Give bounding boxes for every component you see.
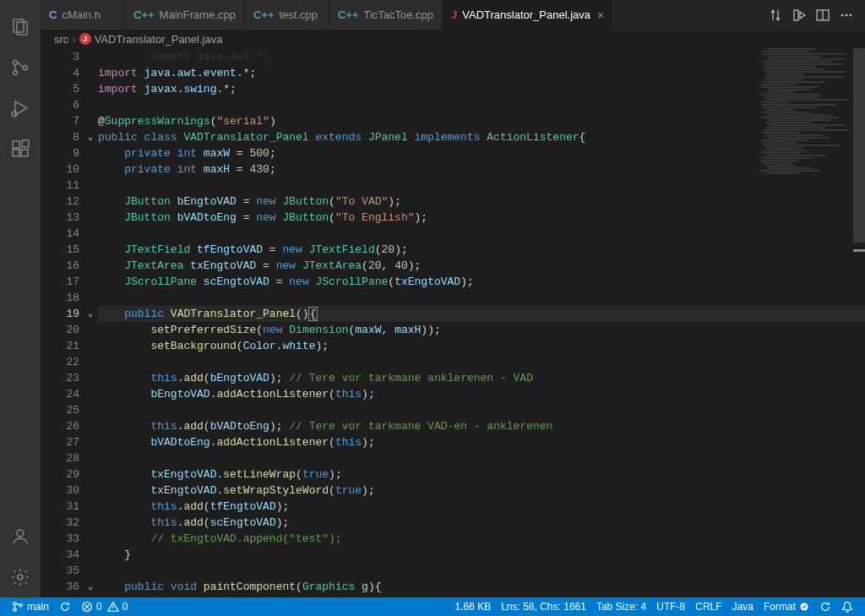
fold-toggle	[83, 434, 98, 450]
tab-vadtranslator-panel-java[interactable]: JVADTranslator_Panel.java×	[443, 0, 613, 30]
line-number: 30	[41, 482, 83, 499]
more-actions-icon[interactable]	[835, 8, 858, 22]
status-line-col[interactable]: Lns: 58, Chs: 1661	[496, 597, 591, 616]
fold-toggle	[83, 515, 98, 531]
code-line[interactable]: super.paintComponent(g);	[98, 595, 865, 597]
code-line[interactable]: import java.awt.*;	[98, 49, 865, 65]
status-filesize[interactable]: 1.66 KB	[449, 597, 496, 616]
code-line[interactable]: JButton bEngtoVAD = new JButton("To VAD"…	[98, 194, 865, 210]
code-line[interactable]: JScrollPane scEngtoVAD = new JScrollPane…	[98, 274, 865, 290]
fold-toggle	[83, 563, 98, 579]
code-line[interactable]	[98, 290, 865, 306]
source-control-icon[interactable]	[0, 47, 41, 88]
tab-test-cpp[interactable]: C++test.cpp	[245, 0, 329, 30]
editor-tabs: CcMain.hC++MainFrame.cppC++test.cppC++Ti…	[41, 0, 865, 30]
fold-toggle	[83, 97, 98, 113]
code-line[interactable]: this.add(tfEngtoVAD);	[98, 499, 865, 515]
code-line[interactable]: bEngtoVAD.addActionListener(this);	[98, 386, 865, 402]
line-number: 32	[41, 515, 83, 531]
code-content[interactable]: import java.awt.*;import java.awt.event.…	[98, 48, 865, 597]
fold-toggle	[83, 81, 98, 97]
status-bell-icon[interactable]	[836, 597, 858, 616]
run-icon[interactable]	[787, 8, 811, 22]
code-line[interactable]: setBackground(Color.white);	[98, 338, 865, 354]
code-line[interactable]: import javax.swing.*;	[98, 81, 865, 97]
code-line[interactable]: JButton bVADtoEng = new JButton("To Engl…	[98, 210, 865, 226]
status-sync[interactable]	[54, 597, 76, 616]
svg-point-22	[19, 604, 23, 608]
code-line[interactable]: }	[98, 547, 865, 563]
breadcrumb-folder[interactable]: src	[54, 33, 68, 46]
fold-toggle	[83, 113, 98, 129]
run-debug-icon[interactable]	[0, 88, 41, 128]
minimap[interactable]	[760, 48, 853, 183]
code-line[interactable]: JTextField tfEngtoVAD = new JTextField(2…	[98, 242, 865, 258]
breadcrumb-file[interactable]: VADTranslator_Panel.java	[95, 33, 223, 46]
fold-column[interactable]: ⌄⌄⌄	[83, 48, 98, 597]
status-format[interactable]: Format	[759, 597, 814, 616]
status-language[interactable]: Java	[727, 597, 759, 616]
fold-toggle	[83, 466, 98, 482]
compare-changes-icon[interactable]	[764, 8, 787, 22]
svg-point-12	[18, 575, 23, 580]
split-editor-icon[interactable]	[811, 8, 835, 22]
fold-toggle	[83, 258, 98, 274]
line-number: 7	[41, 113, 83, 129]
code-line[interactable]	[98, 563, 865, 579]
code-editor[interactable]: 3456789101112131415161718192021222324252…	[41, 48, 865, 597]
fold-toggle	[83, 49, 98, 65]
breadcrumbs[interactable]: src › J VADTranslator_Panel.java	[41, 30, 865, 48]
line-number: 23	[41, 370, 83, 386]
status-encoding[interactable]: UTF-8	[651, 597, 690, 616]
code-line[interactable]	[98, 402, 865, 418]
code-line[interactable]: txEngtoVAD.setLineWrap(true);	[98, 466, 865, 482]
tab-tictactoe-cpp[interactable]: C++TicTacToe.cpp	[329, 0, 443, 30]
vertical-scrollbar[interactable]	[853, 48, 865, 597]
code-line[interactable]: this.add(bVADtoEng); // Tere vor tarkman…	[98, 418, 865, 434]
status-prettier[interactable]	[814, 597, 836, 616]
fold-toggle	[83, 322, 98, 338]
code-line[interactable]: import java.awt.event.*;	[98, 65, 865, 81]
tab-cmain-h[interactable]: CcMain.h	[41, 0, 125, 30]
fold-toggle	[83, 354, 98, 370]
accounts-icon[interactable]	[0, 516, 41, 557]
code-line[interactable]: private int maxW = 500;	[98, 145, 865, 161]
fold-toggle[interactable]: ⌄	[83, 129, 98, 145]
code-line[interactable]: setPreferredSize(new Dimension(maxW, max…	[98, 322, 865, 338]
status-indentation[interactable]: Tab Size: 4	[591, 597, 651, 616]
code-line[interactable]: // txEngtoVAD.append("test");	[98, 531, 865, 547]
extensions-icon[interactable]	[0, 128, 41, 169]
settings-gear-icon[interactable]	[0, 557, 41, 597]
code-line[interactable]: JTextArea txEngtoVAD = new JTextArea(20,…	[98, 258, 865, 274]
fold-toggle[interactable]: ⌄	[83, 579, 98, 595]
code-line[interactable]: public VADTranslator_Panel(){	[98, 306, 865, 322]
svg-rect-7	[13, 141, 19, 148]
code-line[interactable]: private int maxH = 430;	[98, 161, 865, 177]
code-line[interactable]: txEngtoVAD.setWrapStyleWord(true);	[98, 482, 865, 499]
fold-toggle[interactable]: ⌄	[83, 306, 98, 322]
code-line[interactable]: this.add(scEngtoVAD);	[98, 515, 865, 531]
svg-point-3	[14, 71, 18, 75]
code-line[interactable]	[98, 450, 865, 466]
status-problems[interactable]: 0 0	[76, 597, 133, 616]
fold-toggle	[83, 338, 98, 354]
code-line[interactable]	[98, 177, 865, 194]
code-line[interactable]	[98, 97, 865, 113]
code-line[interactable]: @SuppressWarnings("serial")	[98, 113, 865, 129]
svg-point-18	[846, 14, 848, 16]
code-line[interactable]: public class VADTranslator_Panel extends…	[98, 129, 865, 145]
tab-mainframe-cpp[interactable]: C++MainFrame.cpp	[125, 0, 245, 30]
code-line[interactable]: public void paintComponent(Graphics g){	[98, 579, 865, 595]
code-line[interactable]: bVADtoEng.addActionListener(this);	[98, 434, 865, 450]
close-tab-icon[interactable]: ×	[597, 8, 604, 22]
code-line[interactable]	[98, 354, 865, 370]
svg-point-21	[14, 608, 17, 612]
scrollbar-thumb[interactable]	[853, 48, 865, 243]
code-line[interactable]: this.add(bEngtoVAD); // Tere vor tarkman…	[98, 370, 865, 386]
explorer-icon[interactable]	[0, 7, 41, 47]
status-eol[interactable]: CRLF	[690, 597, 726, 616]
status-branch[interactable]: main	[7, 597, 54, 616]
fold-toggle	[83, 274, 98, 290]
code-line[interactable]	[98, 226, 865, 242]
svg-rect-13	[794, 10, 798, 20]
